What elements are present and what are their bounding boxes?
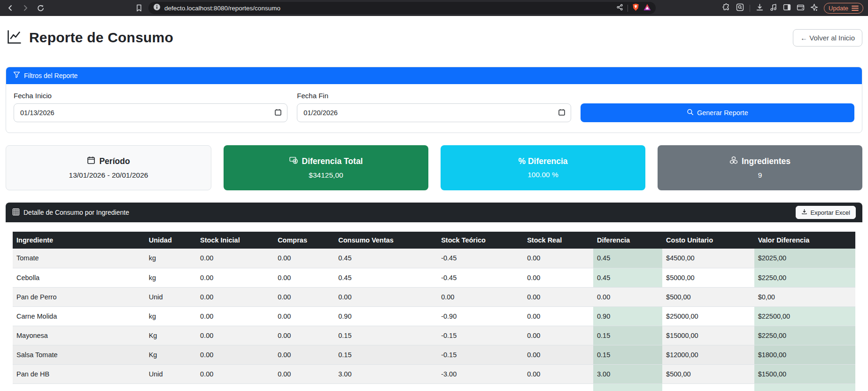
funnel-icon xyxy=(13,71,20,80)
cell-costo-unitario: $5000,00 xyxy=(662,268,754,287)
address-bar[interactable]: defecto.localhost:8080/reportes/consumo xyxy=(148,2,656,14)
calendar-picker-icon[interactable] xyxy=(274,109,282,118)
table-row[interactable]: Pan de HBUnid0.000.003.00-3.000.003.00$5… xyxy=(13,364,855,383)
divider xyxy=(750,5,750,12)
cell-stock-inicial: 0.00 xyxy=(196,306,274,326)
cell-consumo-ventas: 0.15 xyxy=(334,326,437,345)
cell-valor-diferencia: $22500,00 xyxy=(754,306,855,326)
table-row[interactable]: Salsa TomateKg0.000.000.15-0.150.000.15$… xyxy=(13,345,855,364)
cell-valor-diferencia: $1800,00 xyxy=(754,345,855,364)
cell-costo-unitario: $12000,00 xyxy=(662,345,754,364)
exportar-excel-button[interactable]: Exportar Excel xyxy=(796,206,856,219)
cell-unidad: kg xyxy=(145,306,196,326)
cell-diferencia: 0.45 xyxy=(593,249,662,268)
periodo-card: Período 13/01/2026 - 20/01/2026 xyxy=(6,145,211,190)
ingredientes-value: 9 xyxy=(758,171,762,180)
table-row[interactable]: Pan de PerroUnid0.000.000.000.000.000.00… xyxy=(13,287,855,306)
cell-diferencia: 0.90 xyxy=(593,306,662,326)
volver-al-inicio-button[interactable]: ← Volver al Inicio xyxy=(793,29,862,47)
fecha-inicio-label: Fecha Inicio xyxy=(14,92,287,100)
back-icon[interactable] xyxy=(5,2,16,14)
cell-consumo-ventas: 0.45 xyxy=(334,249,437,268)
cell-costo-unitario: $500,00 xyxy=(662,287,754,306)
consumption-table: IngredienteUnidadStock InicialComprasCon… xyxy=(13,232,855,391)
share-icon[interactable] xyxy=(616,4,623,13)
table-grid-icon xyxy=(12,208,20,217)
brave-rewards-icon[interactable] xyxy=(643,4,651,13)
forward-icon[interactable] xyxy=(20,2,31,14)
cell-stock-inicial: 0.00 xyxy=(196,249,274,268)
cell-valor-diferencia: $2025,00 xyxy=(754,249,855,268)
cell-stock-teorico: 0.00 xyxy=(437,287,523,306)
table-row[interactable]: Tomatekg0.000.000.45-0.450.000.45$4500,0… xyxy=(13,249,855,268)
filters-title: Filtros del Reporte xyxy=(24,72,78,79)
table-row[interactable]: Cebollakg0.000.000.45-0.450.000.45$5000,… xyxy=(13,268,855,287)
media-icon[interactable] xyxy=(769,3,777,13)
summary-cards: Período 13/01/2026 - 20/01/2026 $ Difere… xyxy=(6,145,862,190)
periodo-value: 13/01/2026 - 20/01/2026 xyxy=(69,171,148,180)
table-row[interactable]: Carne Molidakg0.000.000.90-0.900.000.90$… xyxy=(13,306,855,326)
wallet-icon[interactable] xyxy=(797,3,805,13)
brave-shield-icon[interactable] xyxy=(632,3,639,13)
extensions-icon[interactable] xyxy=(722,3,730,13)
table-row[interactable]: MayonesaKg0.000.000.15-0.150.000.15$1500… xyxy=(13,326,855,345)
cell-valor-diferencia xyxy=(754,383,855,391)
exportar-excel-label: Exportar Excel xyxy=(810,209,850,216)
bookmark-icon[interactable] xyxy=(133,2,145,14)
generar-reporte-button[interactable]: Generar Reporte xyxy=(581,103,854,122)
cell-unidad: kg xyxy=(145,268,196,287)
cell-stock-inicial: 0.00 xyxy=(196,287,274,306)
cell-stock-real: 0.00 xyxy=(523,249,593,268)
cell-diferencia: 0.15 xyxy=(593,326,662,345)
table-container: IngredienteUnidadStock InicialComprasCon… xyxy=(6,222,862,391)
cell-costo-unitario: $15000,00 xyxy=(662,326,754,345)
cell-ingrediente: Pan de HB xyxy=(13,364,145,383)
search-tabs-icon[interactable] xyxy=(736,3,744,13)
cell-diferencia: 0.00 xyxy=(593,287,662,306)
detail-table-card: Detalle de Consumo por Ingrediente Expor… xyxy=(6,203,862,391)
site-info-icon[interactable] xyxy=(153,3,161,13)
cell-ingrediente: Mayonesa xyxy=(13,326,145,345)
cell-unidad: Unid xyxy=(145,287,196,306)
cell-diferencia xyxy=(593,383,662,391)
menu-icon xyxy=(852,5,859,11)
cell-ingrediente: Tomate xyxy=(13,249,145,268)
cell-stock-inicial: 0.00 xyxy=(196,268,274,287)
column-header-compras: Compras xyxy=(274,232,334,249)
cell-consumo-ventas: 0.45 xyxy=(334,268,437,287)
table-header-row: IngredienteUnidadStock InicialComprasCon… xyxy=(13,232,855,249)
cell-ingrediente: Pan de Perro xyxy=(13,287,145,306)
cell-stock-teorico: -0.90 xyxy=(437,306,523,326)
url-text[interactable]: defecto.localhost:8080/reportes/consumo xyxy=(164,5,612,12)
cell-costo-unitario: $4500,00 xyxy=(662,249,754,268)
detail-table-header: Detalle de Consumo por Ingrediente Expor… xyxy=(6,203,862,222)
downloads-icon[interactable] xyxy=(756,3,764,13)
table-row[interactable] xyxy=(13,383,855,391)
cell-compras: 0.00 xyxy=(274,287,334,306)
cell-consumo-ventas xyxy=(334,383,437,391)
line-chart-icon xyxy=(6,28,23,47)
ingredientes-title: Ingredientes xyxy=(742,156,790,166)
calendar-picker-icon[interactable] xyxy=(558,109,566,118)
column-header-diferencia: Diferencia xyxy=(593,232,662,249)
leo-ai-icon[interactable] xyxy=(810,3,818,13)
generar-reporte-label: Generar Reporte xyxy=(697,109,748,117)
cell-unidad: Unid xyxy=(145,364,196,383)
cell-unidad: Kg xyxy=(145,326,196,345)
cell-diferencia: 0.15 xyxy=(593,345,662,364)
cell-stock-teorico: -0.45 xyxy=(437,268,523,287)
diferencia-total-value: $34125,00 xyxy=(309,171,343,180)
reload-icon[interactable] xyxy=(35,2,46,14)
periodo-title: Período xyxy=(99,156,130,166)
fecha-inicio-input[interactable] xyxy=(14,103,287,122)
update-button[interactable]: Update xyxy=(824,3,863,14)
boxes-icon xyxy=(729,156,738,167)
cell-stock-real: 0.00 xyxy=(523,364,593,383)
porcentaje-diferencia-value: 100.00 % xyxy=(527,171,558,179)
cell-compras: 0.00 xyxy=(274,364,334,383)
diferencia-total-card: $ Diferencia Total $34125,00 xyxy=(224,145,428,190)
sidebar-icon[interactable] xyxy=(783,3,791,13)
filters-card: Filtros del Reporte Fecha Inicio Fecha F… xyxy=(6,67,862,133)
cell-compras: 0.00 xyxy=(274,268,334,287)
fecha-fin-input[interactable] xyxy=(297,103,571,122)
